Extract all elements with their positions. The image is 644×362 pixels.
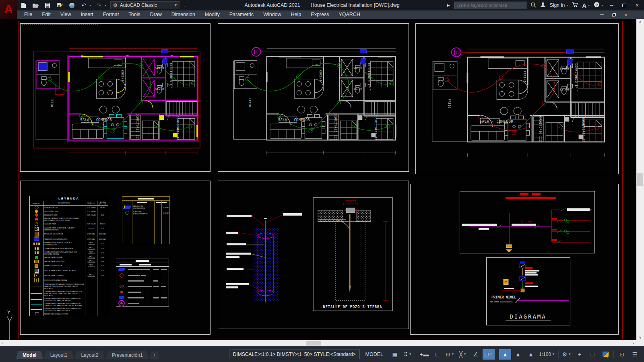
polar-tracking-icon[interactable]: ⊙▼ <box>444 349 456 360</box>
new-layout-button[interactable]: + <box>150 352 159 359</box>
annotation-monitor-icon[interactable]: + <box>574 349 586 360</box>
vertical-scroll-thumb[interactable] <box>637 173 643 186</box>
menu-window[interactable]: Window <box>258 10 286 19</box>
vertical-scrollbar[interactable]: ∧ ∨ <box>636 19 644 340</box>
legend-altura <box>97 302 108 307</box>
diagrama-box: PRIMER NIVEL RED AEREA CONCESIONARIA DIA… <box>486 257 570 325</box>
drawing-canvas[interactable]: PATIO SALA - COMEDOR COCINA SS.HH SS.HH … <box>0 19 636 340</box>
legend-altura: TECHO <box>97 206 108 210</box>
legend-desc: SALIDA PARA INTERCOMUNICADORES <box>43 268 85 273</box>
dynamic-input-icon[interactable]: +▬ <box>418 349 430 360</box>
legend-caja: ESPECIAL <box>85 237 97 241</box>
symbol-row <box>116 267 169 272</box>
menu-edit[interactable]: Edit <box>37 10 56 19</box>
annotation-scale-icon[interactable]: ▲ <box>525 349 537 360</box>
autodesk-caret-icon[interactable]: ▾ <box>588 4 590 7</box>
menu-insert[interactable]: Insert <box>76 10 98 19</box>
scroll-right-icon[interactable]: › <box>632 340 634 346</box>
menu-file[interactable]: File <box>19 10 37 19</box>
legend-altura: 1.20 <box>97 241 108 247</box>
app-store-cart-icon[interactable] <box>572 2 578 8</box>
user-icon[interactable] <box>540 2 546 8</box>
menu-tools[interactable]: Tools <box>124 10 145 19</box>
autoscale-annotations-icon[interactable]: ▲ <box>512 349 524 360</box>
table1-title-bar <box>138 198 154 200</box>
tab-model[interactable]: Model <box>16 351 43 359</box>
menu-view[interactable]: View <box>56 10 76 19</box>
plot-icon[interactable] <box>68 2 76 9</box>
close-button[interactable]: × <box>633 2 642 9</box>
legend-row: SALIDA PARA TV-CABLERECT. 100x55x500.40 <box>30 273 108 278</box>
annotation-visibility-icon[interactable]: ▲ <box>499 349 511 360</box>
redo-icon[interactable]: ↷ <box>95 2 103 9</box>
legend-caja: RECT. 100x55x50 <box>85 247 97 251</box>
legend-altura: 0.40 <box>97 268 108 273</box>
grid-display-icon[interactable]: ▦ <box>389 349 401 360</box>
model-space-label[interactable]: MODEL <box>361 352 387 357</box>
ground-well-detail-figure: DETALLE DE POZO A TIERRA <box>308 195 396 313</box>
maximize-button[interactable] <box>620 2 629 9</box>
viewport-plan-outlets <box>218 23 409 172</box>
menu-format[interactable]: Format <box>98 10 124 19</box>
tab-layout2[interactable]: Layout2 <box>74 351 105 359</box>
chevron-down-icon: ▼ <box>489 352 492 356</box>
t2-hatch-symbol <box>120 285 124 288</box>
help-caret-icon[interactable]: ▾ <box>601 4 603 7</box>
undo-caret-icon[interactable]: ▾ <box>89 4 91 7</box>
menu-express[interactable]: Express <box>306 10 334 19</box>
save-as-icon[interactable] <box>56 2 64 9</box>
centro-luz-symbol <box>34 205 39 210</box>
qat-customize-icon[interactable]: ≂ <box>184 3 187 8</box>
new-file-icon[interactable] <box>19 2 27 9</box>
tab-layout1[interactable]: Layout1 <box>44 351 74 359</box>
dim-settings-readout[interactable]: DIMSCALE:<1:0.1> DIMSTY:<1_50> STYLE:<St… <box>229 350 360 359</box>
workspace-switching-icon[interactable]: ⚙▼ <box>561 349 573 360</box>
sign-in-caret-icon[interactable]: ▾ <box>566 4 568 7</box>
ortho-mode-icon[interactable]: ∟ <box>431 349 443 360</box>
open-file-icon[interactable] <box>31 2 39 9</box>
autodesk-a-icon[interactable]: A <box>582 2 586 9</box>
doc-minimize-button[interactable] <box>597 11 606 19</box>
scroll-down-icon[interactable]: ∨ <box>636 335 644 339</box>
save-icon[interactable] <box>43 2 52 9</box>
horizontal-scroll-thumb[interactable] <box>306 341 321 346</box>
undo-icon[interactable]: ↶ <box>80 2 88 9</box>
menu-draw[interactable]: Draw <box>145 10 167 19</box>
legend-row: SALIDA PARA INTERCOMUNICADORES0.40 <box>30 268 108 273</box>
search-input[interactable] <box>454 2 526 9</box>
menu-yqarch[interactable]: YQARCH <box>334 10 365 19</box>
sign-in-button[interactable]: Sign In <box>550 2 565 8</box>
scroll-left-icon[interactable]: ‹ <box>2 340 3 346</box>
legend-col-descripcion: DESCRIPCION <box>43 201 85 205</box>
autocad-logo-icon[interactable]: A <box>0 0 17 19</box>
menu-parametric[interactable]: Parametric <box>225 10 258 19</box>
graphics-performance-icon[interactable] <box>599 349 611 360</box>
td-label: TD - PR1 <box>520 220 532 223</box>
menu-help[interactable]: Help <box>286 10 306 19</box>
isometric-drafting-icon[interactable]: ╳▼ <box>457 349 469 360</box>
help-icon[interactable]: ? <box>594 2 600 9</box>
tab-presentación1[interactable]: Presentación1 <box>105 351 149 359</box>
horizontal-scrollbar[interactable]: ‹ › <box>0 340 636 346</box>
legend-desc: SALIDA PARA FUERZA <box>43 255 85 259</box>
clean-screen-icon[interactable]: ⊡ <box>616 349 628 360</box>
minimize-button[interactable] <box>607 2 616 9</box>
doc-restore-button[interactable] <box>609 11 618 19</box>
workspace-dropdown[interactable]: ⚙ AutoCAD Classic ▼ <box>110 1 180 9</box>
legend-row: SALIDA PARA ARTEFACTO TIPO BECKMAN EMPOT… <box>30 217 108 222</box>
customization-icon[interactable]: ☰ <box>629 349 641 360</box>
menu-dimension[interactable]: Dimension <box>167 10 200 19</box>
primer-nivel-label: PRIMER NIVEL <box>491 295 516 299</box>
search-expand-icon[interactable]: ▶ <box>447 3 450 7</box>
object-snap-icon[interactable]: □▼ <box>483 349 495 360</box>
isolate-objects-icon[interactable]: □ <box>586 349 599 360</box>
scroll-up-icon[interactable]: ∧ <box>636 20 644 24</box>
snap-mode-icon[interactable]: ⠿▼ <box>402 349 414 360</box>
chevron-down-icon: ▼ <box>409 352 412 356</box>
search-icon[interactable] <box>530 2 536 9</box>
object-snap-tracking-icon[interactable]: ∠ <box>470 349 482 360</box>
doc-close-button[interactable]: × <box>621 11 630 19</box>
scale-label[interactable]: 1:100▼ <box>538 349 556 360</box>
menu-modify[interactable]: Modify <box>200 10 225 19</box>
redo-caret-icon[interactable]: ▾ <box>105 4 106 7</box>
